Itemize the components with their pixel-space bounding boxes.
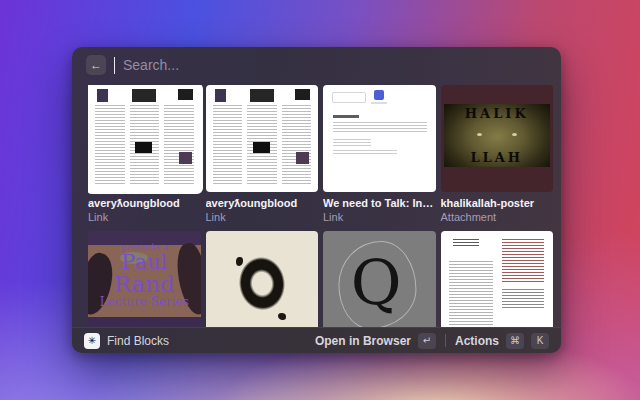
block-thumbnail[interactable] bbox=[441, 231, 554, 327]
block-type: Link bbox=[323, 211, 436, 224]
face-eye bbox=[477, 133, 482, 136]
webpage-app-icon bbox=[374, 90, 384, 100]
back-arrow-icon: ← bbox=[90, 58, 102, 72]
back-button[interactable]: ← bbox=[86, 55, 106, 75]
poster-line: Paul bbox=[121, 252, 167, 273]
doc-logo-block bbox=[97, 89, 108, 102]
page-credit-list-lines bbox=[502, 289, 544, 309]
actions-menu-action[interactable]: Actions bbox=[455, 334, 499, 348]
doc-column bbox=[282, 105, 312, 185]
open-in-browser-action[interactable]: Open in Browser bbox=[315, 334, 411, 348]
doc-image-block bbox=[132, 89, 156, 102]
return-keycap[interactable]: ↵ bbox=[418, 333, 436, 349]
k-keycap[interactable]: K bbox=[531, 333, 549, 349]
block-thumbnail[interactable] bbox=[88, 85, 201, 192]
block-type: Link bbox=[206, 211, 319, 224]
find-blocks-window: ← averyƛoungblood Link bbox=[72, 47, 561, 353]
block-thumbnail[interactable]: Q bbox=[323, 231, 436, 327]
block-thumbnail[interactable] bbox=[323, 85, 436, 192]
block-card-colophon-page[interactable] bbox=[441, 231, 554, 327]
page-header-lines bbox=[453, 239, 479, 247]
poster-line: Rand bbox=[114, 273, 175, 295]
block-title: averyƛoungblood bbox=[206, 197, 319, 210]
block-card-averyoungblood-2[interactable]: averyƛoungblood Link bbox=[206, 85, 319, 224]
block-title: We need to Talk: Interview... bbox=[323, 197, 436, 210]
poster-text-bottom: LLAH bbox=[444, 150, 551, 165]
doc-image-block bbox=[250, 89, 274, 102]
block-card-khalikallah-poster[interactable]: HALIK LLAH khalikallah-poster Attachment bbox=[441, 85, 554, 224]
footer-mode-label: Find Blocks bbox=[107, 334, 169, 348]
webpage-heading-line bbox=[333, 115, 359, 118]
block-card-we-need-to-talk[interactable]: We need to Talk: Interview... Link bbox=[323, 85, 436, 224]
ink-blob-shape bbox=[227, 244, 297, 323]
doc-column bbox=[213, 105, 243, 185]
block-card-q-letter[interactable]: Q bbox=[323, 231, 436, 327]
block-thumbnail[interactable]: HALIK LLAH bbox=[441, 85, 554, 192]
footer-bar: ✳ Find Blocks Open in Browser ↵ Actions … bbox=[72, 327, 561, 353]
page-credit-list-lines bbox=[502, 239, 544, 283]
blocks-grid: averyƛoungblood Link averyƛoungblood Lin… bbox=[88, 85, 553, 327]
doc-image-block bbox=[178, 89, 193, 100]
footer-divider bbox=[445, 334, 446, 347]
doc-image-block bbox=[179, 152, 192, 164]
doc-column bbox=[164, 105, 194, 185]
face-eye bbox=[512, 133, 517, 136]
webpage-short-lines bbox=[333, 139, 371, 147]
doc-image-block bbox=[296, 152, 309, 164]
search-input[interactable] bbox=[123, 57, 547, 73]
block-type: Link bbox=[88, 211, 201, 224]
asterisk-icon: ✳ bbox=[88, 336, 96, 346]
block-thumbnail[interactable]: presents a Paul Rand Lecture Series bbox=[88, 231, 201, 327]
text-caret bbox=[114, 57, 115, 74]
block-title: khalikallah-poster bbox=[441, 197, 554, 210]
find-blocks-app-icon: ✳ bbox=[84, 333, 100, 349]
footer-right: Open in Browser ↵ Actions ⌘ K bbox=[315, 333, 549, 349]
block-title: averyƛoungblood bbox=[88, 197, 201, 210]
letter-q-glyph: Q bbox=[351, 251, 402, 313]
search-bar: ← bbox=[72, 47, 561, 83]
block-card-ink-blob[interactable] bbox=[206, 231, 319, 327]
doc-image-block bbox=[295, 89, 310, 100]
footer-left: ✳ Find Blocks bbox=[84, 333, 169, 349]
poster-text-top: HALIK bbox=[444, 106, 551, 121]
block-thumbnail[interactable] bbox=[206, 85, 319, 192]
doc-column bbox=[95, 105, 125, 185]
webpage-widget-box bbox=[332, 92, 366, 103]
cmd-keycap[interactable]: ⌘ bbox=[506, 333, 524, 349]
webpage-caption-line bbox=[371, 102, 387, 104]
webpage-short-lines bbox=[333, 150, 397, 155]
ink-spot bbox=[236, 257, 243, 266]
poster-text-stack: presents a Paul Rand Lecture Series bbox=[88, 231, 201, 327]
block-card-averyoungblood-1[interactable]: averyƛoungblood Link bbox=[88, 85, 201, 224]
doc-image-block bbox=[135, 142, 152, 153]
webpage-paragraph-lines bbox=[333, 122, 427, 134]
poster-line: Lecture Series bbox=[100, 295, 189, 309]
doc-logo-block bbox=[215, 89, 226, 102]
doc-image-block bbox=[253, 142, 270, 153]
block-card-paul-rand[interactable]: presents a Paul Rand Lecture Series bbox=[88, 231, 201, 327]
poster-face-photo: HALIK LLAH bbox=[444, 104, 551, 167]
ink-spot bbox=[278, 313, 286, 320]
block-thumbnail[interactable] bbox=[206, 231, 319, 327]
page-paragraph-lines bbox=[449, 261, 493, 327]
block-type: Attachment bbox=[441, 211, 554, 224]
